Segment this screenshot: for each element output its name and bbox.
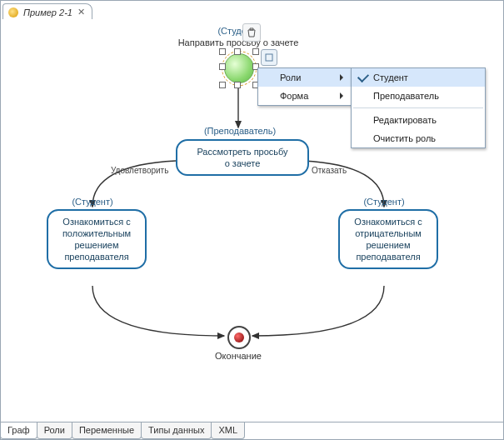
- editor-window: { "tabTop": {"title": "Пример 2-1", "clo…: [0, 0, 504, 440]
- left-node-l2: положительным: [55, 228, 138, 239]
- end-node-inner: [234, 332, 244, 342]
- tab-variables[interactable]: Переменные: [72, 422, 142, 439]
- menu-item-roles[interactable]: Роли: [258, 68, 352, 87]
- document-tabs: Пример 2-1 ✕: [1, 1, 503, 20]
- tab-graph-label: Граф: [7, 425, 30, 435]
- diagram-canvas[interactable]: (Студент) Направить просьбу о зачете (Пр…: [1, 19, 503, 422]
- context-menu: Роли Форма: [257, 68, 352, 106]
- left-node[interactable]: Ознакомиться с положительным решением пр…: [47, 209, 147, 269]
- menu-item-roles-label: Роли: [280, 72, 301, 82]
- start-node-role: (Студент): [188, 26, 288, 36]
- submenu-item-clear[interactable]: Очистить роль: [352, 129, 485, 148]
- right-node-l3: решением: [347, 239, 430, 251]
- roles-submenu: Студент Преподаватель Редактировать Очис…: [351, 68, 486, 148]
- end-node[interactable]: [227, 326, 251, 349]
- tab-roles-label: Роли: [44, 425, 65, 435]
- start-node-title: Направить просьбу о зачете: [141, 38, 336, 48]
- left-node-l4: преподавателя: [55, 251, 138, 262]
- tab-datatypes[interactable]: Типы данных: [141, 422, 212, 439]
- tab-datatypes-label: Типы данных: [148, 425, 204, 435]
- start-node-selected[interactable]: [222, 51, 257, 86]
- submenu-item-student[interactable]: Студент: [352, 68, 485, 87]
- trash-icon: [247, 28, 257, 38]
- rect-icon: [265, 53, 273, 62]
- right-node[interactable]: Ознакомиться с отрицательным решением пр…: [338, 209, 438, 269]
- menu-item-form[interactable]: Форма: [258, 87, 352, 105]
- document-tab-title: Пример 2-1: [23, 8, 72, 18]
- mid-node-role: (Преподаватель): [190, 126, 290, 136]
- submenu-separator: [353, 108, 483, 108]
- edge-label-right: Отказать: [312, 166, 347, 175]
- tab-xml[interactable]: XML: [211, 422, 245, 439]
- mid-node-line2: о зачете: [184, 158, 301, 169]
- end-node-label: Окончание: [188, 351, 288, 361]
- document-tab-active[interactable]: Пример 2-1 ✕: [2, 3, 92, 20]
- tab-xml-label: XML: [218, 425, 237, 435]
- left-node-l1: Ознакомиться с: [55, 216, 138, 228]
- mid-node[interactable]: Рассмотреть просьбу о зачете: [176, 139, 309, 176]
- svg-rect-0: [266, 54, 272, 61]
- submenu-item-teacher[interactable]: Преподаватель: [352, 87, 485, 105]
- submenu-teacher-label: Преподаватель: [373, 91, 439, 101]
- right-node-role: (Студент): [334, 197, 434, 207]
- bottom-tabs: Граф Роли Переменные Типы данных XML: [1, 422, 503, 439]
- menu-item-form-label: Форма: [280, 91, 308, 101]
- left-node-l3: решением: [55, 239, 138, 251]
- start-node-circle: [224, 53, 254, 83]
- tab-roles[interactable]: Роли: [37, 422, 72, 439]
- mid-node-line1: Рассмотреть просьбу: [184, 146, 301, 158]
- right-node-l1: Ознакомиться с: [347, 216, 430, 228]
- right-node-l4: преподавателя: [347, 251, 430, 262]
- submenu-student-label: Студент: [373, 72, 408, 82]
- submenu-item-edit[interactable]: Редактировать: [352, 111, 485, 129]
- toolbar-btn-1[interactable]: [261, 49, 277, 66]
- close-icon[interactable]: ✕: [77, 7, 85, 18]
- tab-variables-label: Переменные: [79, 425, 134, 435]
- tab-graph[interactable]: Граф: [0, 422, 37, 439]
- delete-button[interactable]: [242, 23, 261, 42]
- edge-label-left: Удовлетворить: [111, 166, 168, 175]
- submenu-edit-label: Редактировать: [373, 115, 437, 125]
- submenu-clear-label: Очистить роль: [373, 133, 436, 143]
- document-icon: [8, 8, 18, 18]
- left-node-role: (Студент): [42, 197, 142, 207]
- right-node-l2: отрицательным: [347, 228, 430, 239]
